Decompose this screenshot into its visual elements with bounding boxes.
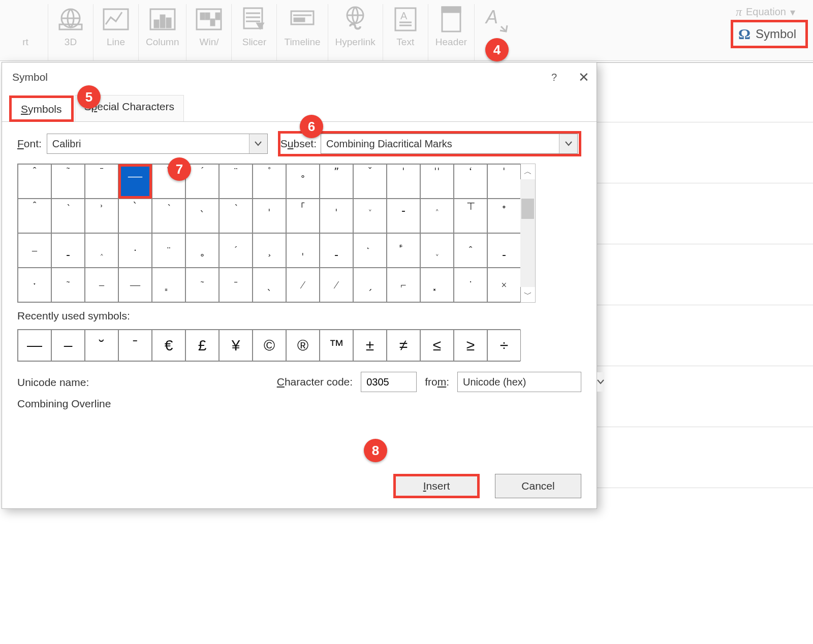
recent-symbol-cell[interactable]: ≠ (387, 330, 420, 361)
recent-symbol-cell[interactable]: — (18, 330, 51, 361)
symbol-cell[interactable]: ˆ (454, 233, 487, 268)
cancel-button[interactable]: Cancel (495, 474, 581, 498)
close-button[interactable]: ✕ (578, 70, 589, 85)
recent-symbol-cell[interactable]: ˘ (85, 330, 118, 361)
scroll-up-button[interactable]: ︿ (520, 164, 535, 179)
symbol-cell[interactable]: ˰ (420, 199, 454, 233)
subset-input[interactable] (321, 134, 559, 153)
from-combo[interactable] (457, 372, 581, 392)
scroll-down-button[interactable]: ﹀ (520, 287, 535, 302)
recent-symbol-cell[interactable]: © (253, 330, 286, 361)
recent-symbol-cell[interactable]: ± (353, 330, 387, 361)
symbol-cell[interactable]: ˈ (387, 164, 420, 199)
chevron-down-icon[interactable] (249, 134, 267, 153)
symbol-cell[interactable]: ¸ (253, 233, 286, 268)
scroll-track[interactable] (520, 179, 535, 287)
ribbon-item-text[interactable]: A Text (383, 4, 428, 60)
symbol-cell[interactable]: ˌ (320, 199, 353, 233)
chevron-down-icon[interactable] (597, 372, 604, 392)
symbol-button[interactable]: Ω Symbol (731, 20, 808, 48)
symbol-cell[interactable]: ˳ (185, 233, 219, 268)
symbol-cell[interactable]: – (18, 233, 51, 268)
symbol-cell[interactable]: ˌ (286, 233, 320, 268)
symbol-cell[interactable]: ˉ (85, 164, 118, 199)
recent-symbol-cell[interactable]: ¥ (219, 330, 253, 361)
symbol-cell[interactable]: ˆ (18, 199, 51, 233)
recent-symbol-cell[interactable]: £ (185, 330, 219, 361)
recent-symbol-cell[interactable]: € (152, 330, 185, 361)
symbol-cell[interactable]: ⊤ (454, 199, 487, 233)
help-button[interactable]: ? (551, 72, 557, 83)
symbol-cell[interactable]: ˯ (420, 233, 454, 268)
symbol-cell[interactable]: – (85, 268, 118, 302)
symbol-cell[interactable]: ¨ (152, 233, 185, 268)
subset-combo[interactable] (321, 134, 578, 154)
symbol-cell[interactable]: ˴ (219, 199, 253, 233)
from-input[interactable] (458, 372, 597, 392)
tab-symbols[interactable]: Symbols (9, 95, 74, 122)
worksheet-area[interactable] (597, 62, 813, 644)
recent-symbol-cell[interactable]: ® (286, 330, 320, 361)
symbol-cell[interactable]: ‘ (454, 164, 487, 199)
symbol-cell[interactable]: ˇ (353, 164, 387, 199)
recent-symbol-cell[interactable]: ™ (320, 330, 353, 361)
font-input[interactable] (47, 134, 249, 153)
ribbon-item-winloss[interactable]: Win/ (186, 4, 232, 60)
symbol-cell[interactable]: ∕ (320, 268, 353, 302)
symbol-cell[interactable]: ˮ (320, 164, 353, 199)
symbol-cell[interactable]: ¨ (219, 164, 253, 199)
insert-button[interactable]: Insert (393, 474, 480, 498)
ribbon-item-slicer[interactable]: Slicer (232, 4, 277, 60)
equation-button[interactable]: π Equation ▾ (731, 4, 800, 20)
symbol-cell[interactable]: — (118, 164, 152, 199)
symbol-cell[interactable]: ˉ (219, 268, 253, 302)
ribbon-item-rt[interactable]: rt (3, 4, 48, 60)
ribbon-item-column[interactable]: Column (139, 4, 186, 60)
symbol-cell[interactable]: ˜ (51, 164, 85, 199)
symbol-cell[interactable]: ˎ (253, 268, 286, 302)
symbol-cell[interactable]: ´ (219, 233, 253, 268)
symbol-cell[interactable]: ᷎ (353, 233, 387, 268)
symbol-cell[interactable]: ˈˈ (420, 164, 454, 199)
symbol-cell[interactable]: ˍ (387, 199, 420, 233)
chevron-down-icon[interactable] (559, 134, 577, 153)
symbol-cell[interactable]: ˈ (487, 164, 521, 199)
symbol-cell[interactable]: ˑ (18, 268, 51, 302)
symbol-cell[interactable]: ˏ (353, 268, 387, 302)
symbol-cell[interactable]: ˜ (51, 268, 85, 302)
symbol-cell[interactable]: ⁄ (286, 268, 320, 302)
ribbon-item-line[interactable]: Line (93, 4, 139, 60)
ribbon-item-header[interactable]: Header (428, 4, 475, 60)
symbol-cell[interactable]: ˒ (85, 199, 118, 233)
recent-symbol-cell[interactable]: – (51, 330, 85, 361)
symbol-cell[interactable]: ⌐ (387, 268, 420, 302)
symbol-cell[interactable]: ⸀ (286, 199, 320, 233)
recent-symbols[interactable]: —–˘ˉ€£¥©®™±≠≤≥÷ (17, 329, 520, 362)
symbol-cell[interactable]: ˴ (152, 199, 185, 233)
symbol-cell[interactable]: ˯ (353, 199, 387, 233)
symbol-cell[interactable]: ˴ (51, 199, 85, 233)
symbol-cell[interactable]: ˜ (185, 268, 219, 302)
symbol-cell[interactable]: ˎ (185, 199, 219, 233)
symbol-cell[interactable]: × (487, 268, 521, 302)
symbol-cell[interactable]: ˖ (487, 199, 521, 233)
symbol-cell[interactable]: ˋ (118, 199, 152, 233)
char-code-input[interactable] (361, 372, 417, 392)
ribbon-item-3d[interactable]: 3D (48, 4, 93, 60)
symbol-cell[interactable]: ˆ (18, 164, 51, 199)
symbol-grid[interactable]: ˆ˜ˉ—˘´¨˚˳ˮˇˈˈˈ‘ˈˆ˴˒ˋ˴ˎ˴ˌ⸀ˌ˯ˍ˰⊤˖–ˍ˰·¨˳´¸ˌ… (17, 164, 520, 303)
symbol-cell[interactable]: ᷮ (387, 233, 420, 268)
recent-symbol-cell[interactable]: ÷ (487, 330, 521, 361)
font-combo[interactable] (47, 134, 268, 154)
ribbon-item-timeline[interactable]: Timeline (277, 4, 328, 60)
symbol-cell[interactable]: ˍ (51, 233, 85, 268)
symbol-cell[interactable]: ͇ (152, 268, 185, 302)
symbol-cell[interactable]: ˳ (286, 164, 320, 199)
recent-symbol-cell[interactable]: ≥ (454, 330, 487, 361)
symbol-cell[interactable]: ˚ (253, 164, 286, 199)
recent-symbol-cell[interactable]: ≤ (420, 330, 454, 361)
grid-scrollbar[interactable]: ︿ ﹀ (520, 164, 536, 303)
ribbon-item-hyperlink[interactable]: Hyperlink (328, 4, 383, 60)
symbol-cell[interactable]: — (118, 268, 152, 302)
symbol-cell[interactable]: ͓ (420, 268, 454, 302)
